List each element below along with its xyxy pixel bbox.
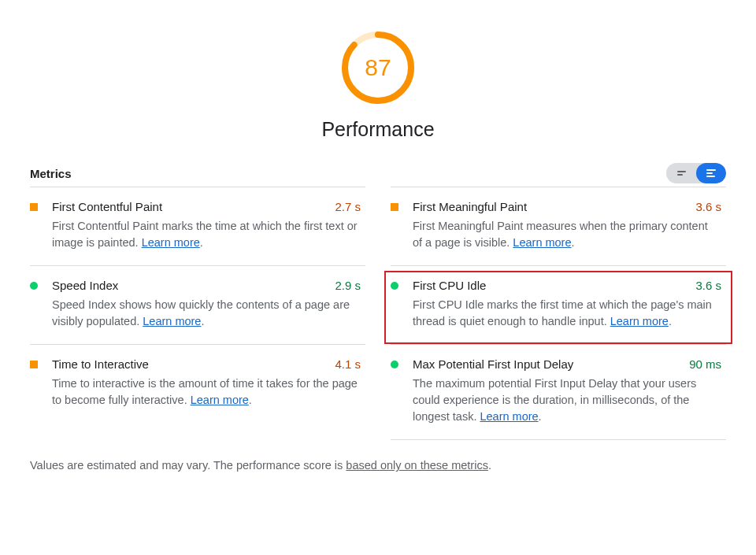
status-avg-icon: [30, 203, 38, 211]
learn-more-link[interactable]: Learn more: [142, 236, 200, 249]
metric-row: First Meaningful PaintFirst Meaningful P…: [391, 187, 726, 265]
status-avg-icon: [30, 361, 38, 368]
metric-row: Speed IndexSpeed Index shows how quickly…: [30, 265, 365, 344]
performance-score-gauge: 87: [340, 30, 416, 105]
learn-more-link[interactable]: Learn more: [513, 236, 571, 249]
metric-value: 4.1 s: [335, 357, 361, 371]
metric-value: 3.6 s: [695, 279, 721, 292]
metric-description: The maximum potential First Input Delay …: [413, 376, 720, 425]
status-pass-icon: [30, 282, 38, 290]
metric-row: Time to InteractiveTime to interactive i…: [30, 344, 365, 423]
learn-more-link[interactable]: Learn more: [610, 315, 669, 327]
metric-value: 2.7 s: [335, 200, 361, 213]
metric-row: Max Potential First Input DelayThe maxim…: [391, 344, 726, 440]
metric-title: First Contentful Paint: [52, 200, 359, 213]
metric-title: Speed Index: [52, 279, 359, 292]
metric-title: Max Potential First Input Delay: [413, 357, 720, 371]
performance-score-value: 87: [340, 30, 416, 105]
gauge-label: Performance: [321, 118, 434, 141]
learn-more-link[interactable]: Learn more: [480, 410, 538, 423]
metric-value: 90 ms: [689, 357, 721, 371]
metric-row: First CPU IdleFirst CPU Idle marks the f…: [391, 265, 726, 344]
metric-value: 3.6 s: [695, 200, 721, 213]
status-avg-icon: [391, 203, 398, 211]
metric-value: 2.9 s: [335, 279, 361, 292]
metric-description: First Meaningful Paint measures when the…: [413, 218, 720, 251]
view-toggle-compact[interactable]: [666, 163, 696, 183]
status-pass-icon: [391, 282, 398, 290]
metric-description: Time to interactive is the amount of tim…: [52, 376, 359, 409]
metric-title: First Meaningful Paint: [413, 200, 720, 213]
metric-title: Time to Interactive: [52, 357, 359, 371]
metric-description: Speed Index shows how quickly the conten…: [52, 297, 359, 330]
metric-row: First Contentful PaintFirst Contentful P…: [30, 187, 365, 265]
view-toggle-expanded[interactable]: [696, 163, 726, 183]
expanded-view-icon: [706, 168, 716, 178]
compact-view-icon: [677, 170, 686, 177]
learn-more-link[interactable]: Learn more: [191, 394, 249, 406]
footnote-link[interactable]: based only on these metrics: [346, 459, 488, 472]
footnote: Values are estimated and may vary. The p…: [30, 459, 726, 472]
metrics-heading: Metrics: [30, 167, 72, 180]
view-toggle: [666, 163, 726, 183]
metric-description: First CPU Idle marks the first time at w…: [413, 297, 720, 330]
metric-description: First Contentful Paint marks the time at…: [52, 218, 359, 251]
status-pass-icon: [391, 361, 398, 368]
metric-title: First CPU Idle: [413, 279, 720, 292]
learn-more-link[interactable]: Learn more: [143, 315, 201, 327]
